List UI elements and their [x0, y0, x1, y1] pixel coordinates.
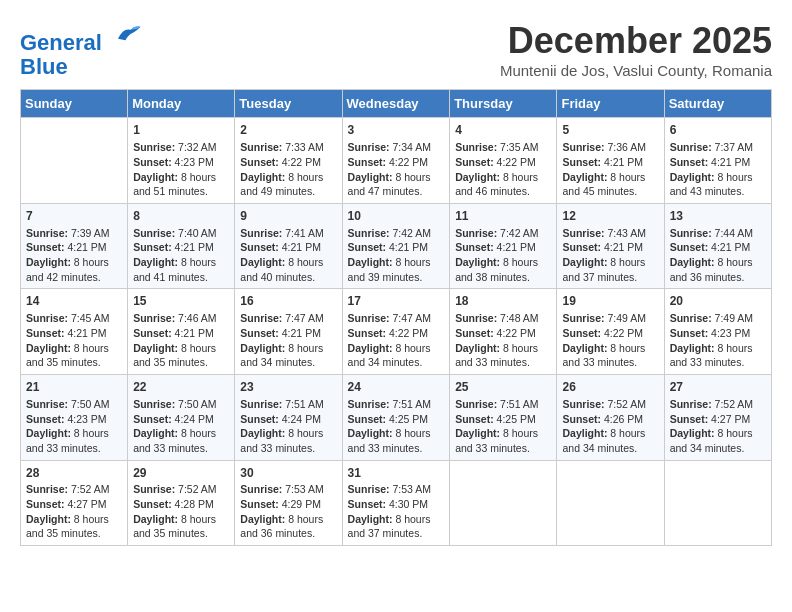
- day-number: 20: [670, 293, 766, 310]
- day-number: 30: [240, 465, 336, 482]
- location-subtitle: Muntenii de Jos, Vaslui County, Romania: [500, 62, 772, 79]
- calendar-cell: 23Sunrise: 7:51 AMSunset: 4:24 PMDayligh…: [235, 375, 342, 461]
- day-number: 7: [26, 208, 122, 225]
- day-number: 16: [240, 293, 336, 310]
- day-number: 4: [455, 122, 551, 139]
- calendar-cell: [21, 118, 128, 204]
- day-number: 25: [455, 379, 551, 396]
- calendar-cell: 9Sunrise: 7:41 AMSunset: 4:21 PMDaylight…: [235, 203, 342, 289]
- logo-blue: Blue: [20, 54, 68, 79]
- calendar-cell: 25Sunrise: 7:51 AMSunset: 4:25 PMDayligh…: [450, 375, 557, 461]
- calendar-cell: 28Sunrise: 7:52 AMSunset: 4:27 PMDayligh…: [21, 460, 128, 546]
- day-number: 2: [240, 122, 336, 139]
- calendar-cell: 27Sunrise: 7:52 AMSunset: 4:27 PMDayligh…: [664, 375, 771, 461]
- calendar-cell: 10Sunrise: 7:42 AMSunset: 4:21 PMDayligh…: [342, 203, 450, 289]
- day-number: 22: [133, 379, 229, 396]
- day-number: 14: [26, 293, 122, 310]
- calendar-week-row: 1Sunrise: 7:32 AMSunset: 4:23 PMDaylight…: [21, 118, 772, 204]
- calendar-cell: 8Sunrise: 7:40 AMSunset: 4:21 PMDaylight…: [128, 203, 235, 289]
- day-number: 29: [133, 465, 229, 482]
- title-block: December 2025 Muntenii de Jos, Vaslui Co…: [500, 20, 772, 79]
- calendar-cell: 5Sunrise: 7:36 AMSunset: 4:21 PMDaylight…: [557, 118, 664, 204]
- day-number: 1: [133, 122, 229, 139]
- calendar-cell: 4Sunrise: 7:35 AMSunset: 4:22 PMDaylight…: [450, 118, 557, 204]
- calendar-cell: 3Sunrise: 7:34 AMSunset: 4:22 PMDaylight…: [342, 118, 450, 204]
- calendar-cell: 30Sunrise: 7:53 AMSunset: 4:29 PMDayligh…: [235, 460, 342, 546]
- day-number: 10: [348, 208, 445, 225]
- calendar-cell: 19Sunrise: 7:49 AMSunset: 4:22 PMDayligh…: [557, 289, 664, 375]
- logo-general: General: [20, 30, 102, 55]
- day-number: 15: [133, 293, 229, 310]
- calendar-cell: 13Sunrise: 7:44 AMSunset: 4:21 PMDayligh…: [664, 203, 771, 289]
- calendar-cell: 11Sunrise: 7:42 AMSunset: 4:21 PMDayligh…: [450, 203, 557, 289]
- month-title: December 2025: [500, 20, 772, 62]
- weekday-header-saturday: Saturday: [664, 90, 771, 118]
- day-number: 18: [455, 293, 551, 310]
- day-number: 11: [455, 208, 551, 225]
- calendar-cell: 12Sunrise: 7:43 AMSunset: 4:21 PMDayligh…: [557, 203, 664, 289]
- day-number: 23: [240, 379, 336, 396]
- day-number: 17: [348, 293, 445, 310]
- calendar-table: SundayMondayTuesdayWednesdayThursdayFrid…: [20, 89, 772, 546]
- weekday-header-monday: Monday: [128, 90, 235, 118]
- weekday-header-tuesday: Tuesday: [235, 90, 342, 118]
- calendar-cell: 20Sunrise: 7:49 AMSunset: 4:23 PMDayligh…: [664, 289, 771, 375]
- calendar-cell: [450, 460, 557, 546]
- calendar-cell: 1Sunrise: 7:32 AMSunset: 4:23 PMDaylight…: [128, 118, 235, 204]
- weekday-header-friday: Friday: [557, 90, 664, 118]
- calendar-cell: 18Sunrise: 7:48 AMSunset: 4:22 PMDayligh…: [450, 289, 557, 375]
- calendar-week-row: 14Sunrise: 7:45 AMSunset: 4:21 PMDayligh…: [21, 289, 772, 375]
- calendar-cell: 16Sunrise: 7:47 AMSunset: 4:21 PMDayligh…: [235, 289, 342, 375]
- calendar-cell: 17Sunrise: 7:47 AMSunset: 4:22 PMDayligh…: [342, 289, 450, 375]
- calendar-cell: 24Sunrise: 7:51 AMSunset: 4:25 PMDayligh…: [342, 375, 450, 461]
- day-number: 3: [348, 122, 445, 139]
- day-number: 26: [562, 379, 658, 396]
- calendar-cell: 29Sunrise: 7:52 AMSunset: 4:28 PMDayligh…: [128, 460, 235, 546]
- weekday-header-thursday: Thursday: [450, 90, 557, 118]
- day-number: 8: [133, 208, 229, 225]
- calendar-week-row: 7Sunrise: 7:39 AMSunset: 4:21 PMDaylight…: [21, 203, 772, 289]
- day-number: 13: [670, 208, 766, 225]
- calendar-cell: 21Sunrise: 7:50 AMSunset: 4:23 PMDayligh…: [21, 375, 128, 461]
- day-number: 5: [562, 122, 658, 139]
- calendar-cell: 15Sunrise: 7:46 AMSunset: 4:21 PMDayligh…: [128, 289, 235, 375]
- calendar-cell: [664, 460, 771, 546]
- calendar-week-row: 28Sunrise: 7:52 AMSunset: 4:27 PMDayligh…: [21, 460, 772, 546]
- weekday-header-sunday: Sunday: [21, 90, 128, 118]
- calendar-cell: 22Sunrise: 7:50 AMSunset: 4:24 PMDayligh…: [128, 375, 235, 461]
- day-number: 31: [348, 465, 445, 482]
- day-number: 28: [26, 465, 122, 482]
- day-number: 9: [240, 208, 336, 225]
- calendar-week-row: 21Sunrise: 7:50 AMSunset: 4:23 PMDayligh…: [21, 375, 772, 461]
- calendar-cell: 14Sunrise: 7:45 AMSunset: 4:21 PMDayligh…: [21, 289, 128, 375]
- day-number: 6: [670, 122, 766, 139]
- day-number: 21: [26, 379, 122, 396]
- page-header: General Blue December 2025 Muntenii de J…: [20, 20, 772, 79]
- weekday-header-wednesday: Wednesday: [342, 90, 450, 118]
- calendar-cell: 26Sunrise: 7:52 AMSunset: 4:26 PMDayligh…: [557, 375, 664, 461]
- day-number: 27: [670, 379, 766, 396]
- day-number: 12: [562, 208, 658, 225]
- calendar-cell: 31Sunrise: 7:53 AMSunset: 4:30 PMDayligh…: [342, 460, 450, 546]
- calendar-cell: 6Sunrise: 7:37 AMSunset: 4:21 PMDaylight…: [664, 118, 771, 204]
- day-number: 24: [348, 379, 445, 396]
- calendar-cell: 7Sunrise: 7:39 AMSunset: 4:21 PMDaylight…: [21, 203, 128, 289]
- calendar-cell: 2Sunrise: 7:33 AMSunset: 4:22 PMDaylight…: [235, 118, 342, 204]
- logo: General Blue: [20, 20, 142, 79]
- calendar-header-row: SundayMondayTuesdayWednesdayThursdayFrid…: [21, 90, 772, 118]
- day-number: 19: [562, 293, 658, 310]
- calendar-cell: [557, 460, 664, 546]
- logo-bird-icon: [112, 20, 142, 50]
